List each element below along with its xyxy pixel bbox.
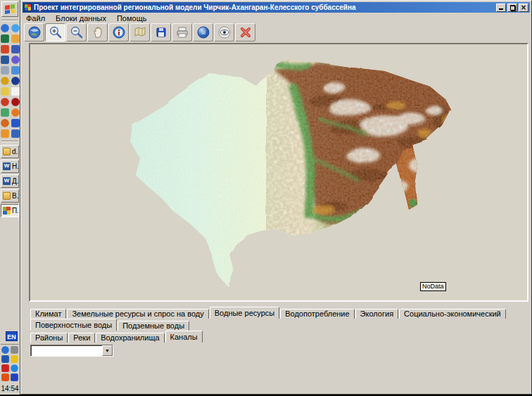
task-icon — [3, 207, 11, 215]
tab-surface-water[interactable]: Поверхностные воды — [30, 319, 117, 331]
taskbar-task-folder-2[interactable]: В.. — [1, 189, 19, 203]
combo-dropdown-button[interactable]: ▼ — [102, 345, 113, 356]
tab-groundwater[interactable]: Подземные воды — [118, 321, 189, 331]
folder-shortcut-icon[interactable] — [11, 34, 20, 43]
media-shortcut-icon[interactable] — [11, 56, 20, 64]
burst-shortcut-icon[interactable] — [11, 108, 20, 117]
save-button[interactable] — [151, 23, 171, 41]
taskbar-separator — [1, 20, 18, 21]
task-label: В.. — [12, 192, 19, 200]
task-icon — [3, 162, 11, 170]
network-shortcut-icon[interactable] — [11, 129, 20, 138]
pan-hand-icon — [91, 25, 105, 39]
taskbar-task-folder[interactable]: d.. — [1, 145, 19, 158]
tab-climate[interactable]: Климат — [30, 309, 66, 319]
tab-water-resources[interactable]: Водные ресурсы — [210, 307, 279, 319]
notes-shortcut-icon[interactable] — [1, 87, 9, 96]
task-label: d.. — [12, 148, 19, 155]
tab-rivers[interactable]: Реки — [68, 333, 95, 343]
close-button[interactable]: × — [519, 4, 528, 12]
task-icon — [3, 148, 11, 155]
tab-canals[interactable]: Каналы — [165, 331, 203, 343]
tray-icon-5[interactable] — [1, 364, 9, 372]
tab-water-consumption[interactable]: Водопотребление — [280, 309, 354, 319]
close-icon: × — [519, 4, 528, 12]
fire-shortcut-icon[interactable] — [1, 98, 9, 106]
tray-icon-2[interactable] — [11, 346, 18, 354]
view-eye-icon — [217, 25, 232, 39]
task-icon — [3, 177, 11, 185]
tray-icons-area — [1, 344, 19, 383]
pan-button[interactable] — [87, 23, 108, 41]
zoom-out-icon — [70, 25, 84, 39]
tab-districts[interactable]: Районы — [30, 333, 68, 343]
tab-reservoirs[interactable]: Водохранилища — [96, 333, 164, 343]
language-indicator[interactable]: EN — [6, 331, 18, 341]
canal-select[interactable]: ▼ — [30, 345, 113, 357]
globe-shortcut-icon[interactable] — [11, 77, 20, 85]
tab-ecology[interactable]: Экология — [355, 309, 399, 319]
save-icon — [154, 25, 168, 39]
chart-shortcut-icon[interactable] — [11, 119, 20, 127]
zoom-in-icon — [49, 25, 63, 39]
print-button[interactable] — [172, 23, 192, 41]
photo-shortcut-icon[interactable] — [1, 108, 9, 117]
delete-button[interactable] — [235, 23, 255, 41]
tab-socioeconomic[interactable]: Социально-экономический — [399, 309, 506, 319]
start-button[interactable] — [1, 1, 18, 17]
menu-data-blocks[interactable]: Блоки данных — [56, 14, 106, 23]
media-player-shortcut-icon[interactable] — [1, 24, 9, 32]
print-icon — [175, 25, 189, 39]
preview-button[interactable] — [214, 23, 234, 41]
taskbar-task-word-2[interactable]: Д.. — [1, 174, 19, 188]
canal-select-value — [31, 345, 102, 356]
full-extent-button[interactable] — [24, 23, 44, 41]
globe-sphere-icon — [196, 25, 210, 39]
app-shortcut-icon[interactable] — [11, 45, 20, 53]
zoom-in-button[interactable] — [45, 23, 65, 41]
window-controls: × — [496, 4, 528, 12]
taskbar: d.. Н.. Д.. В.. П.. EN 14:54 — [0, 0, 20, 395]
excel-shortcut-icon[interactable] — [1, 34, 9, 43]
tray-icon-7[interactable] — [1, 373, 9, 381]
globe-view-button[interactable] — [193, 23, 213, 41]
map-viewport[interactable]: NoData — [29, 43, 528, 302]
quick-launch-area — [1, 23, 19, 139]
tray-icon-4[interactable] — [11, 355, 18, 363]
task-label: Н.. — [12, 162, 19, 170]
menu-file[interactable]: Файл — [26, 14, 45, 23]
tab-land-resources[interactable]: Земельные ресурсы и спрос на воду — [67, 309, 208, 319]
layers-shortcut-icon[interactable] — [11, 66, 20, 75]
cd-shortcut-icon[interactable] — [1, 77, 9, 85]
document-shortcut-icon[interactable] — [1, 66, 9, 75]
minimize-button[interactable] — [496, 4, 506, 12]
clock: 14:54 — [1, 383, 19, 394]
tray-icon-8[interactable] — [11, 373, 18, 381]
taskbar-separator — [1, 141, 18, 142]
paint-shortcut-icon[interactable] — [1, 129, 9, 138]
messenger-shortcut-icon[interactable] — [11, 24, 20, 32]
windows-logo-icon — [5, 4, 15, 14]
badge-shortcut-icon[interactable] — [11, 98, 20, 106]
word-shortcut-icon[interactable] — [1, 56, 9, 64]
tray-icon-1[interactable] — [1, 346, 9, 354]
toolbar — [24, 23, 255, 41]
document-shortcut-icon[interactable] — [11, 87, 20, 96]
task-label: Д.. — [12, 177, 19, 185]
restore-button[interactable] — [507, 4, 517, 12]
zoom-out-button[interactable] — [66, 23, 87, 41]
menu-help[interactable]: Помощь — [117, 14, 147, 23]
taskbar-task-project[interactable]: П.. — [1, 204, 19, 217]
flame-shortcut-icon[interactable] — [1, 119, 9, 127]
map-legend-nodata: NoData — [420, 282, 446, 291]
system-tray: EN 14:54 — [1, 331, 19, 394]
tray-icon-6[interactable] — [11, 364, 18, 372]
tray-icon-3[interactable] — [1, 355, 9, 363]
titlebar[interactable]: Проект интегрированной региональной моде… — [23, 2, 530, 13]
map-layers-button[interactable] — [129, 23, 150, 41]
identify-button[interactable] — [108, 23, 129, 41]
powerpoint-shortcut-icon[interactable] — [1, 45, 9, 53]
taskbar-task-word-1[interactable]: Н.. — [1, 160, 19, 173]
window-title: Проект интегрированной региональной моде… — [34, 4, 494, 11]
restore-icon — [510, 6, 516, 11]
